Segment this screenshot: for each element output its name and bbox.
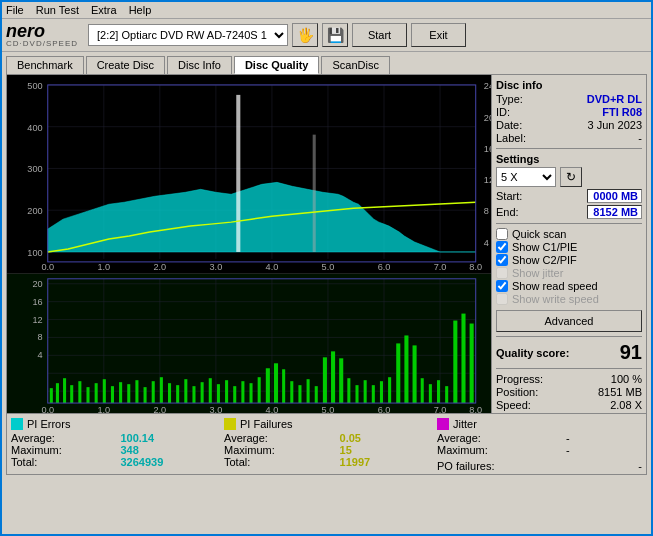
- svg-text:4: 4: [38, 350, 43, 360]
- svg-rect-58: [50, 388, 53, 403]
- refresh-button[interactable]: ↻: [560, 167, 582, 187]
- svg-rect-68: [127, 384, 130, 403]
- advanced-button[interactable]: Advanced: [496, 310, 642, 332]
- svg-rect-110: [470, 324, 474, 404]
- show-write-speed-row: Show write speed: [496, 293, 642, 305]
- tabs: Benchmark Create Disc Disc Info Disc Qua…: [2, 52, 651, 74]
- toolbar: nero CD·DVD/SPEED [2:2] Optiarc DVD RW A…: [2, 19, 651, 52]
- svg-text:300: 300: [27, 165, 42, 175]
- svg-text:0.0: 0.0: [41, 405, 54, 413]
- type-label: Type:: [496, 93, 523, 105]
- tab-benchmark[interactable]: Benchmark: [6, 56, 84, 74]
- pi-errors-title: PI Errors: [27, 418, 70, 430]
- svg-rect-109: [461, 314, 465, 403]
- speed-select[interactable]: 5 X: [496, 167, 556, 187]
- right-panel: Disc info Type: DVD+R DL ID: FTI R08 Dat…: [491, 75, 646, 413]
- pi-failures-avg-label: Average:: [224, 432, 334, 444]
- svg-text:20: 20: [32, 279, 42, 289]
- svg-rect-103: [413, 345, 417, 403]
- pi-failures-total-label: Total:: [224, 456, 334, 468]
- eject-icon[interactable]: 🖐: [292, 23, 318, 47]
- svg-text:16: 16: [484, 144, 491, 154]
- jitter-title-row: Jitter: [437, 418, 642, 430]
- svg-text:4: 4: [484, 238, 489, 248]
- pi-failures-stats: Average: 0.05 Maximum: 15 Total: 11997: [224, 432, 429, 468]
- disc-info-title: Disc info: [496, 79, 642, 91]
- jitter-max-label: Maximum:: [437, 444, 560, 456]
- show-c1pie-row: Show C1/PIE: [496, 241, 642, 253]
- svg-text:8.0: 8.0: [469, 405, 482, 413]
- svg-rect-60: [63, 378, 66, 403]
- show-read-speed-row: Show read speed: [496, 280, 642, 292]
- svg-rect-79: [217, 384, 220, 403]
- exit-button[interactable]: Exit: [411, 23, 466, 47]
- drive-select[interactable]: [2:2] Optiarc DVD RW AD-7240S 1.04: [88, 24, 288, 46]
- position-value: 8151 MB: [598, 386, 642, 398]
- pi-errors-avg-value: 100.14: [120, 432, 216, 444]
- tab-create-disc[interactable]: Create Disc: [86, 56, 165, 74]
- menu-run-test[interactable]: Run Test: [36, 4, 79, 16]
- progress-value: 100 %: [611, 373, 642, 385]
- svg-rect-74: [176, 385, 179, 403]
- show-jitter-checkbox[interactable]: [496, 267, 508, 279]
- speed-label: Speed:: [496, 399, 531, 411]
- svg-rect-88: [290, 381, 293, 403]
- svg-text:4.0: 4.0: [266, 262, 279, 272]
- svg-rect-75: [184, 379, 187, 403]
- pi-errors-total-value: 3264939: [120, 456, 216, 468]
- quick-scan-checkbox[interactable]: [496, 228, 508, 240]
- id-row: ID: FTI R08: [496, 106, 642, 118]
- show-c1pie-checkbox[interactable]: [496, 241, 508, 253]
- jitter-legend-color: [437, 418, 449, 430]
- end-mb-label: End:: [496, 206, 519, 218]
- po-failures-row: PO failures: -: [437, 460, 642, 472]
- menu-file[interactable]: File: [6, 4, 24, 16]
- speed-row: Speed: 2.08 X: [496, 399, 642, 411]
- tab-disc-info[interactable]: Disc Info: [167, 56, 232, 74]
- show-c2pif-checkbox[interactable]: [496, 254, 508, 266]
- tab-scandisc[interactable]: ScanDisc: [321, 56, 389, 74]
- svg-text:24: 24: [484, 81, 491, 91]
- svg-rect-82: [241, 381, 244, 403]
- svg-rect-26: [313, 135, 316, 252]
- show-read-speed-checkbox[interactable]: [496, 280, 508, 292]
- quick-scan-label: Quick scan: [512, 228, 566, 240]
- svg-rect-107: [445, 386, 448, 403]
- svg-text:20: 20: [484, 113, 491, 123]
- progress-label: Progress:: [496, 373, 543, 385]
- svg-rect-98: [372, 385, 375, 403]
- pi-errors-avg-label: Average:: [11, 432, 114, 444]
- show-write-speed-checkbox[interactable]: [496, 293, 508, 305]
- svg-rect-64: [95, 383, 98, 403]
- tab-disc-quality[interactable]: Disc Quality: [234, 56, 320, 74]
- svg-rect-94: [339, 358, 343, 403]
- show-c2pif-label: Show C2/PIF: [512, 254, 577, 266]
- svg-text:12: 12: [484, 175, 491, 185]
- menu-help[interactable]: Help: [129, 4, 152, 16]
- svg-text:400: 400: [27, 123, 42, 133]
- date-row: Date: 3 Jun 2023: [496, 119, 642, 131]
- id-value: FTI R08: [602, 106, 642, 118]
- save-icon[interactable]: 💾: [322, 23, 348, 47]
- main-content: 500 400 300 200 100 24 20 16 12 8 4: [6, 74, 647, 414]
- svg-rect-80: [225, 380, 228, 403]
- svg-text:1.0: 1.0: [97, 262, 110, 272]
- svg-text:1.0: 1.0: [97, 405, 110, 413]
- show-c2pif-row: Show C2/PIF: [496, 254, 642, 266]
- show-jitter-row: Show jitter: [496, 267, 642, 279]
- start-button[interactable]: Start: [352, 23, 407, 47]
- menubar: File Run Test Extra Help: [2, 2, 651, 19]
- svg-rect-66: [111, 386, 114, 403]
- pi-failures-section: PI Failures Average: 0.05 Maximum: 15 To…: [224, 418, 437, 472]
- divider-4: [496, 368, 642, 369]
- menu-extra[interactable]: Extra: [91, 4, 117, 16]
- show-c1pie-label: Show C1/PIE: [512, 241, 577, 253]
- type-value: DVD+R DL: [587, 93, 642, 105]
- nero-logo: nero CD·DVD/SPEED: [6, 22, 78, 48]
- progress-row: Progress: 100 %: [496, 373, 642, 385]
- jitter-avg-label: Average:: [437, 432, 560, 444]
- svg-text:8: 8: [38, 333, 43, 343]
- svg-rect-106: [437, 380, 440, 403]
- svg-rect-73: [168, 383, 171, 403]
- svg-rect-93: [331, 351, 335, 403]
